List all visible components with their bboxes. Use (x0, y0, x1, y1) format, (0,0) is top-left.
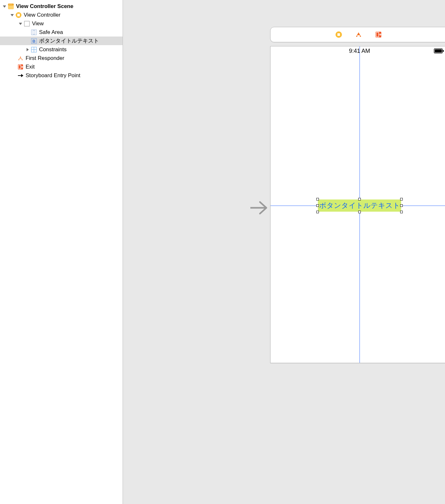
disclosure-triangle-icon[interactable] (26, 48, 29, 52)
svg-rect-3 (9, 4, 10, 5)
svg-marker-0 (3, 5, 6, 8)
outline-row-first-responder[interactable]: 1 First Responder (0, 54, 123, 62)
svg-rect-8 (17, 14, 20, 16)
svg-marker-24 (21, 74, 23, 77)
battery-icon (434, 48, 444, 54)
svg-rect-4 (10, 4, 11, 5)
svg-marker-15 (27, 48, 29, 51)
outline-row-button[interactable]: B ボタンタイトルテキスト (0, 37, 123, 45)
interface-builder-canvas[interactable]: 9:41 AM ボタンタイトルテキスト (123, 0, 445, 504)
svg-rect-32 (443, 50, 444, 52)
resize-handle[interactable] (400, 211, 403, 213)
outline-row-vc[interactable]: View Controller (0, 11, 123, 19)
storyboard-entry-arrow[interactable] (250, 200, 268, 216)
view-icon (24, 20, 30, 27)
scene-dock[interactable] (270, 27, 445, 42)
svg-marker-6 (11, 14, 14, 16)
disclosure-triangle-icon[interactable] (10, 13, 14, 17)
resize-handle[interactable] (358, 211, 361, 213)
view-controller-dock-icon[interactable] (335, 31, 342, 38)
outline-row-constraints[interactable]: Constraints (0, 45, 123, 54)
outline-label: ボタンタイトルテキスト (39, 37, 99, 45)
outline-label: View (32, 19, 44, 28)
svg-rect-31 (435, 49, 442, 53)
svg-rect-5 (12, 4, 12, 5)
outline-row-safe-area[interactable]: Safe Area (0, 28, 123, 37)
first-responder-dock-icon[interactable] (355, 31, 362, 38)
outline-row-exit[interactable]: Exit (0, 62, 123, 71)
view-controller-icon (15, 12, 22, 18)
exit-dock-icon[interactable] (375, 31, 382, 38)
outline-row-view[interactable]: View (0, 19, 123, 28)
entry-point-icon (17, 72, 24, 79)
resize-handle[interactable] (316, 198, 319, 200)
outline-label: View Controller Scene (16, 2, 73, 11)
disclosure-triangle-icon[interactable] (3, 4, 6, 8)
button-title-text: ボタンタイトルテキスト (319, 201, 400, 210)
svg-marker-9 (19, 23, 22, 25)
outline-label: Storyboard Entry Point (26, 71, 80, 80)
disclosure-triangle-icon[interactable] (19, 22, 22, 26)
resize-handle[interactable] (358, 198, 361, 200)
svg-rect-27 (337, 33, 340, 36)
resize-handle[interactable] (316, 211, 319, 213)
svg-rect-12 (33, 30, 35, 34)
exit-icon (17, 64, 24, 70)
safe-area-icon (31, 29, 37, 36)
outline-label: View Controller (24, 11, 61, 19)
outline-row-entry-point[interactable]: Storyboard Entry Point (0, 71, 123, 80)
device-preview[interactable]: 9:41 AM ボタンタイトルテキスト (270, 46, 445, 363)
outline-label: Safe Area (39, 28, 63, 37)
outline-label: Constraints (39, 45, 67, 54)
outline-row-scene[interactable]: View Controller Scene (0, 2, 123, 11)
resize-handle[interactable] (400, 204, 403, 207)
constraints-icon (31, 46, 37, 53)
button-object-icon: B (31, 38, 37, 44)
resize-handle[interactable] (400, 198, 403, 200)
status-bar-time: 9:41 AM (271, 48, 445, 54)
resize-handle[interactable] (316, 204, 319, 207)
svg-text:B: B (32, 39, 35, 44)
outline-label: First Responder (26, 54, 64, 62)
svg-rect-10 (24, 21, 29, 26)
first-responder-icon: 1 (17, 55, 24, 61)
selected-button-element[interactable]: ボタンタイトルテキスト (318, 199, 401, 212)
document-outline[interactable]: View Controller Scene View Controller Vi… (0, 0, 123, 504)
scene-icon (8, 3, 14, 10)
outline-label: Exit (26, 62, 35, 71)
